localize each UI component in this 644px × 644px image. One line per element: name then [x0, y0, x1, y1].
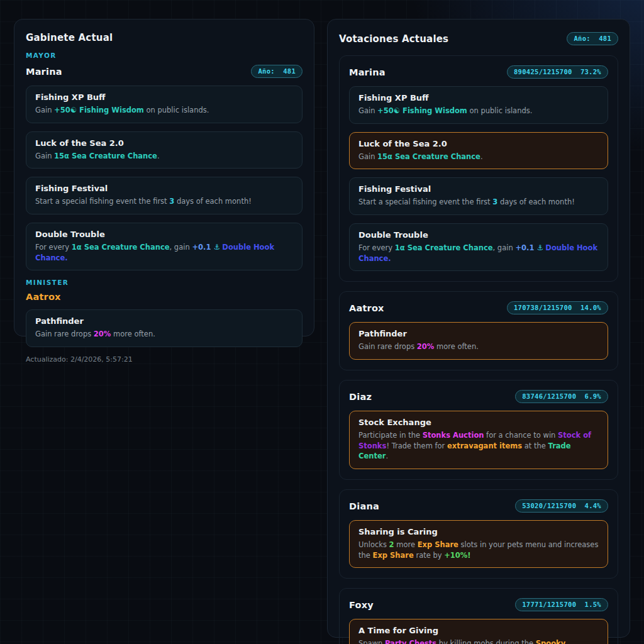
candidate-header-row: Marina890425/1215700 73.2%	[349, 65, 608, 79]
perk-title: Fishing XP Buff	[35, 92, 293, 102]
desc-segment: ⚓	[213, 243, 219, 252]
desc-segment: ! Trade them for	[386, 441, 447, 450]
desc-segment: Gain rare drops	[35, 330, 94, 338]
desc-segment: on public islands.	[144, 106, 209, 114]
desc-segment: 1α Sea Creature Chance	[395, 243, 493, 252]
page-root: Gabinete Actual MAYORMarinaAño: 481Fishi…	[0, 0, 644, 644]
votes-badge-diaz: 83746/1215700 6.9%	[515, 390, 608, 403]
candidate-section-diaz: Diaz83746/1215700 6.9%Stock ExchangePart…	[339, 380, 618, 480]
candidate-name-diana: Diana	[349, 501, 379, 511]
mayor-name-row: MarinaAño: 481	[26, 65, 303, 78]
desc-segment: 1α Sea Creature Chance	[72, 243, 170, 252]
year-badge: Año: 481	[251, 65, 303, 78]
perk-description: For every 1α Sea Creature Chance, gain +…	[358, 243, 599, 264]
desc-segment: Gain rare drops	[358, 342, 417, 351]
votes-badge-foxy: 17771/1215700 1.5%	[515, 598, 608, 611]
perk-title: A Time for Giving	[358, 626, 599, 635]
cabinet-body: MAYORMarinaAño: 481Fishing XP BuffGain +…	[26, 52, 303, 347]
votes-badge-marina: 890425/1215700 73.2%	[507, 65, 608, 79]
votes-badge-aatrox: 170738/1215700 14.0%	[507, 301, 608, 314]
perk-title: Fishing XP Buff	[358, 93, 599, 103]
perk-description: Gain 15α Sea Creature Chance.	[35, 151, 293, 162]
desc-segment: Exp Share	[373, 551, 414, 560]
desc-segment: 20%	[94, 330, 111, 338]
perk-card-pathfinder: PathfinderGain rare drops 20% more often…	[349, 322, 608, 360]
desc-segment: +0.1	[515, 243, 536, 252]
desc-segment: , gain	[493, 243, 516, 252]
desc-segment: .	[386, 452, 388, 460]
candidate-section-aatrox: Aatrox170738/1215700 14.0%PathfinderGain…	[339, 291, 618, 370]
votes-panel-title: Votaciones Actuales	[339, 33, 448, 45]
perk-description: Start a special fishing event the first …	[358, 197, 599, 208]
desc-segment: +50☯ Fishing Wisdom	[54, 106, 144, 114]
votes-badge-diana: 53020/1215700 4.4%	[515, 499, 608, 513]
perk-title: Pathfinder	[35, 316, 293, 326]
desc-segment: Gain	[358, 152, 377, 161]
desc-segment: Exp Share	[418, 540, 458, 549]
perk-card-sharing-is-caring: Sharing is CaringUnlocks 2 more Exp Shar…	[349, 520, 608, 568]
updated-timestamp: Actualizado: 2/4/2026, 5:57:21	[26, 355, 303, 364]
perk-description: Gain +50☯ Fishing Wisdom on public islan…	[358, 106, 599, 116]
perk-description: Gain +50☯ Fishing Wisdom on public islan…	[35, 105, 293, 116]
perk-card-a-time-for-giving: A Time for GivingSpawn Party Chests by k…	[349, 619, 608, 644]
desc-segment: ⚓	[536, 243, 543, 252]
candidate-name-foxy: Foxy	[349, 600, 374, 610]
perk-card-stock-exchange: Stock ExchangeParticipate in the Stonks …	[349, 411, 608, 469]
perk-title: Pathfinder	[358, 329, 599, 338]
perk-description: Spawn Party Chests by killing mobs durin…	[358, 638, 599, 644]
perk-card-luck-of-the-sea-2-0: Luck of the Sea 2.0Gain 15α Sea Creature…	[26, 131, 303, 169]
desc-segment: for a chance to win	[484, 431, 558, 440]
desc-segment: Gain	[35, 152, 54, 160]
perk-description: Unlocks 2 more Exp Share slots in your p…	[358, 540, 599, 560]
desc-segment: +50☯ Fishing Wisdom	[377, 106, 467, 115]
desc-segment: Start a special fishing event the first	[358, 197, 492, 206]
desc-segment: Unlocks	[358, 540, 389, 549]
candidates-list: Marina890425/1215700 73.2%Fishing XP Buf…	[339, 55, 618, 644]
desc-segment: days of each month!	[497, 197, 575, 206]
perk-card-fishing-xp-buff: Fishing XP BuffGain +50☯ Fishing Wisdom …	[349, 86, 608, 124]
perk-title: Fishing Festival	[358, 184, 599, 194]
candidate-header-row: Foxy17771/1215700 1.5%	[349, 598, 608, 611]
desc-segment: rate by	[414, 551, 444, 560]
votes-panel: Votaciones Actuales Año: 481 Marina89042…	[327, 19, 630, 638]
perk-title: Double Trouble	[358, 230, 599, 240]
perk-card-double-trouble: Double TroubleFor every 1α Sea Creature …	[26, 223, 303, 270]
desc-segment: extravagant items	[447, 441, 522, 450]
desc-segment: Spawn	[358, 639, 385, 644]
candidate-header-row: Aatrox170738/1215700 14.0%	[349, 301, 608, 314]
perk-title: Double Trouble	[35, 230, 293, 239]
desc-segment: at the	[522, 441, 548, 450]
desc-segment: Start a special fishing event the first	[35, 197, 169, 206]
desc-segment: on public islands.	[467, 106, 533, 115]
perk-title: Sharing is Caring	[358, 527, 599, 536]
desc-segment: .	[157, 152, 160, 160]
year-badge: Año: 481	[567, 32, 618, 45]
desc-segment: Gain	[358, 106, 377, 115]
candidate-section-marina: Marina890425/1215700 73.2%Fishing XP Buf…	[339, 55, 618, 282]
candidate-section-foxy: Foxy17771/1215700 1.5%A Time for GivingS…	[339, 588, 618, 644]
perk-title: Stock Exchange	[358, 418, 599, 427]
desc-segment: .	[480, 152, 483, 161]
mayor-name-row: Aatrox	[26, 292, 303, 302]
cabinet-panel: Gabinete Actual MAYORMarinaAño: 481Fishi…	[14, 19, 314, 336]
desc-segment: more	[394, 540, 418, 549]
perk-description: Gain 15α Sea Creature Chance.	[358, 152, 599, 162]
perk-description: Participate in the Stonks Auction for a …	[358, 430, 599, 462]
desc-segment: by killing mobs during the	[436, 639, 536, 644]
perk-card-luck-of-the-sea-2-0: Luck of the Sea 2.0Gain 15α Sea Creature…	[349, 132, 608, 170]
candidate-header-row: Diaz83746/1215700 6.9%	[349, 390, 608, 403]
desc-segment: more often.	[434, 342, 479, 351]
candidate-header-row: Diana53020/1215700 4.4%	[349, 499, 608, 513]
perk-title: Luck of the Sea 2.0	[358, 139, 599, 148]
desc-segment: , gain	[170, 243, 192, 252]
candidate-name-marina: Marina	[349, 67, 386, 77]
official-name-marina: Marina	[26, 67, 62, 77]
desc-segment: days of each month!	[174, 197, 252, 206]
desc-segment: +10%!	[444, 551, 470, 560]
perk-description: Start a special fishing event the first …	[35, 196, 293, 207]
perk-title: Fishing Festival	[35, 184, 293, 193]
official-name-aatrox: Aatrox	[26, 292, 61, 302]
perk-description: Gain rare drops 20% more often.	[358, 341, 599, 352]
perk-card-fishing-xp-buff: Fishing XP BuffGain +50☯ Fishing Wisdom …	[26, 86, 303, 123]
desc-segment: Participate in the	[358, 431, 423, 440]
